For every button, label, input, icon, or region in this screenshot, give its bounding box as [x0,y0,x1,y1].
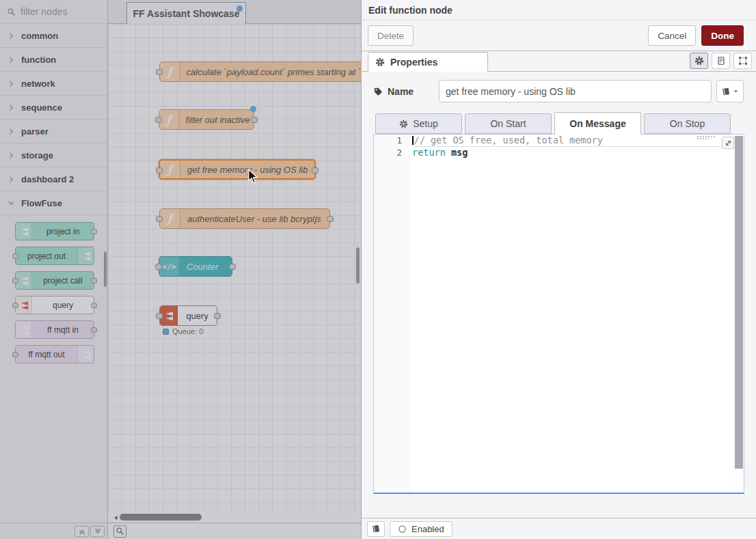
library-export-button[interactable] [367,521,385,537]
editor-scrollbar-thumb[interactable] [735,136,743,469]
name-field-row: Name [373,80,744,102]
gear-icon [375,57,385,67]
cancel-button[interactable]: Cancel [648,25,696,46]
code-comment: // get OS free, used, total memory [414,135,603,146]
caret-down-icon [733,88,739,94]
enabled-label: Enabled [411,524,444,534]
enabled-circle-icon [398,525,407,534]
name-label: Name [373,86,439,97]
tab-properties-label: Properties [390,57,437,68]
editor-tab-icons [690,53,752,69]
line-number: 2 [374,147,411,159]
appearance-icon-button[interactable] [733,53,752,69]
tab-properties[interactable]: Properties [368,52,488,72]
modal-shade-overlay [0,0,361,539]
tray-toolbar: Delete Cancel Done [362,20,756,51]
tab-on-start[interactable]: On Start [465,113,552,134]
node-enabled-toggle[interactable]: Enabled [390,521,453,537]
gear-icon [399,120,408,128]
code-line: return msg [412,147,733,159]
tag-icon [373,87,383,96]
tray-header: Edit function node [362,0,756,20]
tab-on-message[interactable]: On Message [554,112,641,135]
node-red-editor: common function network sequence parser … [0,0,756,539]
library-dropdown-button[interactable] [716,80,744,102]
code-keyword: return [412,147,446,158]
code-text: msg [446,147,468,158]
editor-scrollbar[interactable] [734,135,744,493]
name-input[interactable] [439,80,712,102]
delete-button[interactable]: Delete [368,25,414,46]
done-button[interactable]: Done [701,25,744,46]
tab-setup[interactable]: Setup [375,113,462,134]
editor-code-area[interactable]: // get OS free, used, total memory retur… [412,135,733,158]
line-number: 1 [374,135,411,147]
tab-label: On Start [490,118,526,129]
mouse-cursor [247,169,258,184]
tray-footer: Enabled [362,518,756,539]
description-icon-button[interactable] [712,53,730,69]
editor-minimap[interactable] [697,136,716,140]
properties-icon-button[interactable] [690,53,708,69]
tab-label: On Message [569,118,625,129]
editor-gutter: 1 2 [374,135,411,493]
name-label-text: Name [388,86,414,97]
tray-title: Edit function node [368,5,453,16]
edit-tray: Edit function node Delete Cancel Done Pr… [361,0,756,539]
editor-tab-row: Properties [362,51,756,72]
text-cursor [412,136,414,145]
expand-editor-button[interactable] [722,137,734,149]
code-editor[interactable]: 1 2 // get OS free, used, total memory r… [373,134,744,494]
tab-label: On Stop [670,118,705,129]
tab-on-stop[interactable]: On Stop [644,113,731,134]
code-line: // get OS free, used, total memory [412,135,733,147]
function-code-tabs: Setup On Start On Message On Stop [375,111,744,134]
tab-label: Setup [413,118,438,129]
library-icon [721,87,731,96]
